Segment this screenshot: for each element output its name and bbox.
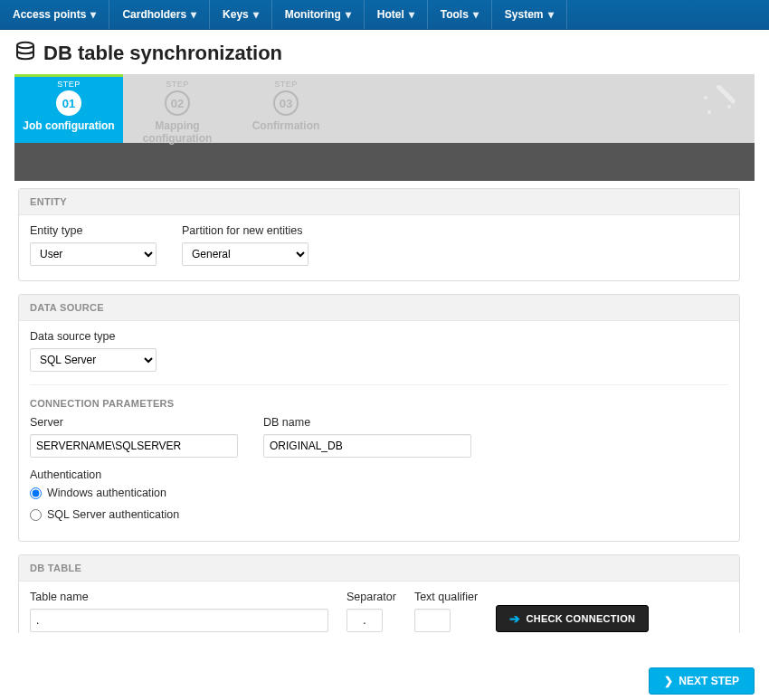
auth-sql-option[interactable]: SQL Server authentication — [30, 508, 728, 521]
chevron-down-icon: ▾ — [90, 8, 96, 21]
qualifier-label: Text qualifier — [414, 591, 478, 603]
partition-select[interactable]: General — [182, 242, 309, 266]
chevron-down-icon: ▾ — [548, 8, 554, 21]
chevron-down-icon: ▾ — [473, 8, 479, 21]
dbname-input[interactable] — [263, 434, 471, 458]
datasource-type-label: Data source type — [30, 330, 728, 343]
nav-keys[interactable]: Keys ▾ — [210, 0, 272, 29]
nav-label: Keys — [223, 8, 249, 21]
auth-windows-radio[interactable] — [30, 487, 42, 499]
tablename-label: Table name — [30, 591, 328, 603]
server-input[interactable] — [30, 434, 238, 458]
check-connection-button[interactable]: ➔ CHECK CONNECTION — [496, 605, 649, 632]
step-eyebrow: STEP — [232, 80, 340, 89]
entity-panel: ENTITY Entity type User Partition for ne… — [18, 188, 740, 281]
auth-sql-label: SQL Server authentication — [47, 508, 179, 521]
step-number: 03 — [273, 90, 299, 116]
step-number: 01 — [56, 90, 81, 116]
chevron-down-icon: ▾ — [346, 8, 351, 21]
step-label: Mapping configuration — [123, 119, 232, 145]
wizard-steps: STEP 01 Job configuration STEP 02 Mappin… — [14, 74, 755, 143]
nav-label: Cardholders — [122, 8, 186, 21]
svg-point-4 — [727, 105, 731, 109]
next-step-button[interactable]: ❯ NEXT STEP — [649, 667, 755, 695]
nav-tools[interactable]: Tools ▾ — [428, 0, 492, 29]
wizard-step-1[interactable]: STEP 01 Job configuration — [14, 74, 123, 143]
auth-windows-option[interactable]: Windows authentication — [30, 487, 728, 499]
wizard-step-3[interactable]: STEP 03 Confirmation — [232, 74, 340, 143]
separator-label: Separator — [347, 591, 396, 603]
svg-point-3 — [717, 85, 720, 89]
chevron-right-icon: ❯ — [664, 675, 673, 687]
database-icon — [14, 41, 36, 65]
datasource-type-select[interactable]: SQL Server — [30, 348, 157, 372]
magic-wand-icon — [688, 85, 738, 135]
auth-windows-label: Windows authentication — [47, 487, 166, 499]
datasource-panel-header: DATA SOURCE — [19, 295, 739, 321]
next-step-label: NEXT STEP — [679, 675, 739, 687]
entity-type-select[interactable]: User — [30, 242, 157, 266]
nav-label: Tools — [441, 8, 469, 21]
entity-type-label: Entity type — [30, 224, 157, 237]
wizard-subheader-bar — [14, 143, 755, 181]
nav-label: Hotel — [377, 8, 404, 21]
step-label: Job configuration — [14, 119, 123, 132]
svg-point-0 — [17, 43, 33, 48]
step-eyebrow: STEP — [14, 80, 123, 89]
qualifier-input[interactable] — [414, 609, 451, 632]
nav-hotel[interactable]: Hotel ▾ — [365, 0, 428, 29]
nav-cardholders[interactable]: Cardholders ▾ — [109, 0, 210, 29]
page-title-row: DB table synchronization — [14, 41, 755, 65]
svg-point-2 — [704, 96, 707, 99]
nav-monitoring[interactable]: Monitoring ▾ — [272, 0, 365, 29]
top-nav: Access points ▾ Cardholders ▾ Keys ▾ Mon… — [0, 0, 769, 30]
datasource-panel: DATA SOURCE Data source type SQL Server … — [18, 294, 740, 542]
step-eyebrow: STEP — [123, 80, 232, 89]
page: DB table synchronization STEP 01 Job con… — [0, 30, 769, 633]
step-number: 02 — [165, 90, 190, 116]
nav-label: Monitoring — [285, 8, 341, 21]
form-scroll-area[interactable]: ENTITY Entity type User Partition for ne… — [14, 181, 755, 633]
entity-panel-header: ENTITY — [19, 189, 739, 215]
page-title: DB table synchronization — [43, 42, 282, 65]
separator-input[interactable] — [347, 609, 383, 632]
dbname-label: DB name — [263, 416, 471, 429]
svg-point-5 — [707, 110, 711, 114]
connection-params-title: CONNECTION PARAMETERS — [30, 398, 728, 409]
nav-access-points[interactable]: Access points ▾ — [0, 0, 109, 29]
nav-label: System — [505, 8, 544, 21]
check-connection-label: CHECK CONNECTION — [526, 613, 635, 624]
dbtable-panel-header: DB TABLE — [19, 555, 739, 582]
partition-label: Partition for new entities — [182, 224, 309, 237]
footer: ❯ NEXT STEP — [649, 667, 755, 695]
chevron-down-icon: ▾ — [253, 8, 259, 21]
auth-label: Authentication — [30, 468, 728, 481]
chevron-down-icon: ▾ — [191, 8, 196, 21]
dbtable-panel: DB TABLE Table name Separator Text quali… — [18, 554, 740, 633]
tablename-input[interactable] — [30, 609, 328, 632]
arrow-right-icon: ➔ — [509, 611, 520, 626]
chevron-down-icon: ▾ — [409, 8, 414, 21]
nav-system[interactable]: System ▾ — [492, 0, 567, 29]
nav-label: Access points — [13, 8, 86, 21]
divider — [30, 384, 728, 385]
auth-sql-radio[interactable] — [30, 509, 42, 521]
server-label: Server — [30, 416, 238, 429]
step-label: Confirmation — [232, 119, 340, 132]
wizard-step-2[interactable]: STEP 02 Mapping configuration — [123, 74, 232, 143]
